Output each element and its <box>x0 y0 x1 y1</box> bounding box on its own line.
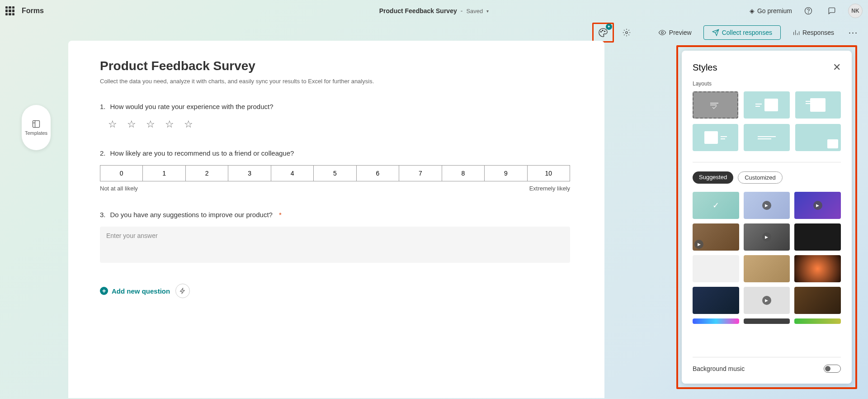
feedback-button[interactable] <box>825 4 839 18</box>
help-button[interactable] <box>801 4 816 18</box>
question-2[interactable]: 2. How likely are you to recommend us to… <box>100 149 573 192</box>
theme-card-7[interactable] <box>693 255 739 282</box>
question-number: 1. <box>100 103 106 110</box>
go-premium-button[interactable]: ◈ Go premium <box>750 7 792 14</box>
svg-rect-7 <box>33 121 40 128</box>
form-description[interactable]: Collect the data you need, analyze it wi… <box>100 78 573 85</box>
question-text: Do you have any suggestions to improve o… <box>110 211 273 218</box>
tab-customized[interactable]: Customized <box>738 171 783 184</box>
add-new-label: Add new question <box>112 287 170 295</box>
question-1[interactable]: 1. How would you rate your experience wi… <box>100 103 573 130</box>
nps-option-6[interactable]: 6 <box>356 165 399 181</box>
star-5[interactable]: ☆ <box>184 119 193 130</box>
theme-button-highlight: ✦ <box>592 23 614 43</box>
theme-card-5[interactable]: ▶ <box>744 223 790 251</box>
theme-card-3[interactable]: ▶ <box>794 192 841 219</box>
layouts-grid <box>693 91 841 151</box>
themes-grid: ✓ ▶ ▶ ▶ ▶ ▶ <box>693 192 841 324</box>
document-title: Product Feedback Survey <box>379 7 457 14</box>
theme-card-10[interactable] <box>693 287 739 314</box>
add-new-question-button[interactable]: + Add new question <box>100 287 170 295</box>
form-title[interactable]: Product Feedback Survey <box>100 59 573 73</box>
theme-tabs: Suggested Customized <box>693 171 841 184</box>
theme-card-13[interactable] <box>693 318 739 324</box>
top-bar: Forms Product Feedback Survey - Saved ▾ … <box>0 0 868 22</box>
chevron-down-icon[interactable]: ▾ <box>486 9 489 14</box>
star-1[interactable]: ☆ <box>108 119 117 130</box>
layout-option-2[interactable] <box>744 91 789 119</box>
nps-option-5[interactable]: 5 <box>313 165 356 181</box>
diamond-icon: ◈ <box>750 7 755 14</box>
preview-button[interactable]: Preview <box>652 26 698 39</box>
nps-option-3[interactable]: 3 <box>228 165 271 181</box>
theme-card-11[interactable]: ▶ <box>744 287 790 314</box>
user-avatar[interactable]: NK <box>848 4 863 18</box>
background-music-toggle[interactable] <box>824 365 841 373</box>
theme-card-4[interactable]: ▶ <box>693 223 739 251</box>
layout-option-1[interactable] <box>693 91 738 119</box>
theme-card-8[interactable] <box>744 255 790 282</box>
nps-left-label: Not at all likely <box>100 185 138 192</box>
nps-labels: Not at all likely Extremely likely <box>100 185 570 192</box>
responses-button[interactable]: Responses <box>786 26 840 39</box>
theme-card-2[interactable]: ▶ <box>744 192 790 219</box>
nps-option-7[interactable]: 7 <box>399 165 442 181</box>
question-text: How would you rate your experience with … <box>110 103 274 110</box>
play
-icon: ▶ <box>762 296 771 305</box>
theme-card-6[interactable] <box>794 223 841 251</box>
collect-responses-button[interactable]: Collect responses <box>703 25 781 40</box>
theme-card-15[interactable] <box>794 318 841 324</box>
collect-responses-label: Collect responses <box>722 29 772 36</box>
theme-button[interactable]: ✦ <box>596 25 610 40</box>
layout-option-5[interactable] <box>744 124 789 151</box>
check-icon: ✓ <box>712 200 719 210</box>
answer-textarea[interactable] <box>100 227 570 263</box>
svg-point-4 <box>604 31 605 32</box>
star-3[interactable]: ☆ <box>146 119 155 130</box>
svg-point-1 <box>808 13 809 13</box>
apps-icon[interactable] <box>5 6 14 15</box>
nps-option-1[interactable]: 1 <box>142 165 185 181</box>
brand-label: Forms <box>22 7 44 15</box>
svg-point-6 <box>661 32 664 34</box>
layout-option-6[interactable] <box>795 124 841 151</box>
form-canvas: Product Feedback Survey Collect the data… <box>68 41 604 398</box>
background-music-row: Background music <box>693 357 841 373</box>
layout-option-4[interactable] <box>693 124 738 151</box>
question-text: How likely are you to recommend us to a … <box>110 149 294 157</box>
theme-card-9[interactable] <box>794 255 841 282</box>
templates-tab[interactable]: Templates <box>22 105 51 150</box>
plus-icon: + <box>100 287 108 295</box>
styles-panel: Styles ✕ Layouts Sugg <box>682 51 852 384</box>
styles-panel-highlight: Styles ✕ Layouts Sugg <box>676 45 857 389</box>
theme-card-14[interactable] <box>744 318 790 324</box>
nps-option-9[interactable]: 9 <box>484 165 527 181</box>
document-title-area[interactable]: Product Feedback Survey - Saved ▾ <box>379 7 489 14</box>
preview-label: Preview <box>669 29 692 36</box>
nps-option-0[interactable]: 0 <box>100 165 143 181</box>
theme-card-12[interactable] <box>794 287 841 314</box>
required-marker: * <box>279 211 282 218</box>
background-music-label: Background music <box>693 365 745 372</box>
nps-option-10[interactable]: 10 <box>527 165 570 181</box>
save-status: Saved <box>466 8 483 14</box>
star-4[interactable]: ☆ <box>165 119 174 130</box>
star-2[interactable]: ☆ <box>127 119 136 130</box>
action-toolbar: ✦ Preview Collect responses Responses ··… <box>592 22 861 43</box>
ai-suggest-button[interactable] <box>175 284 190 298</box>
sparkle-badge: ✦ <box>606 24 612 30</box>
layout-option-3[interactable] <box>795 91 841 119</box>
play-icon: ▶ <box>813 201 822 210</box>
question-3[interactable]: 3. Do you have any suggestions to improv… <box>100 211 573 265</box>
nps-option-4[interactable]: 4 <box>271 165 314 181</box>
settings-button[interactable] <box>619 25 634 40</box>
theme-card-1[interactable]: ✓ <box>693 192 739 219</box>
play-icon: ▶ <box>762 233 771 242</box>
close-button[interactable]: ✕ <box>833 62 841 73</box>
tab-suggested[interactable]: Suggested <box>693 171 733 184</box>
more-button[interactable]: ··· <box>846 28 861 38</box>
nps-option-2[interactable]: 2 <box>185 165 228 181</box>
nps-right-label: Extremely likely <box>529 185 570 192</box>
rating-stars: ☆ ☆ ☆ ☆ ☆ <box>100 119 573 130</box>
nps-option-8[interactable]: 8 <box>442 165 485 181</box>
